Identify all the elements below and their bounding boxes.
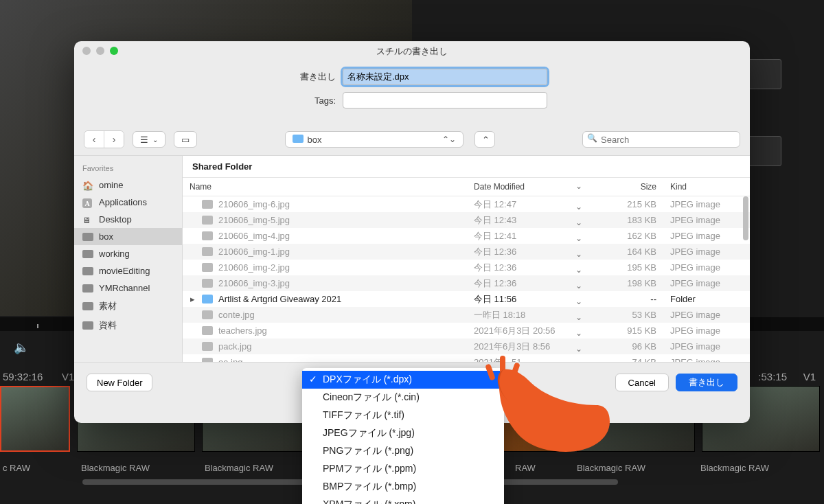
file-row[interactable]: ▸Artlist & Artgrid Giveaway 2021今日 11:56… — [183, 291, 750, 307]
file-size: 53 KB — [588, 310, 663, 320]
mute-icon[interactable]: 🔈 — [14, 340, 29, 355]
finder-toolbar: ‹ › ☰ ⌄ ▭ box ⌃⌄ ⌃ — [74, 126, 750, 156]
format-option[interactable]: PNGファイル (*.png) — [302, 442, 504, 460]
sidebar-item-素材[interactable]: 素材 — [74, 297, 182, 316]
sidebar-item-working[interactable]: working — [74, 245, 182, 262]
dialog-title: スチルの書き出し — [74, 41, 750, 62]
file-name: 210606_img-1.jpg — [218, 247, 290, 257]
file-format-dropdown[interactable]: DPXファイル (*.dpx)Cineonファイル (*.cin)TIFFファイ… — [302, 368, 504, 504]
timecode-right: :53:15 — [758, 371, 787, 382]
folder-icon — [202, 295, 213, 303]
timecode-left: 59:32:16 — [3, 371, 43, 382]
file-date: 今日 12:43 — [467, 214, 588, 227]
file-thumbnail-icon — [202, 247, 213, 256]
clip-codec-label: Blackmagic RAW — [205, 463, 273, 473]
location-popup[interactable]: box ⌃⌄ — [285, 131, 464, 148]
sidebar-item-movieediting[interactable]: movieEditing — [74, 262, 182, 279]
new-folder-button[interactable]: New Folder — [87, 374, 152, 391]
file-row: 210606_img-2.jpg今日 12:36195 KBJPEG image — [183, 260, 750, 275]
file-row: pack.jpg2021年6月3日 8:5696 KBJPEG image — [183, 339, 750, 354]
back-button[interactable]: ‹ — [84, 131, 104, 148]
file-size: 915 KB — [588, 325, 663, 336]
sidebar-item-box[interactable]: box — [74, 228, 182, 245]
sidebar-item-label: YMRchannel — [99, 283, 150, 293]
track-label-left: V1 — [62, 371, 74, 382]
file-date: 今日 12:36 — [467, 262, 588, 274]
sidebar-item-label: Applications — [99, 197, 147, 207]
file-kind: JPEG image — [663, 231, 750, 241]
folder-icon — [82, 267, 93, 275]
file-list[interactable]: 210606_img-6.jpg今日 12:47215 KBJPEG image… — [183, 196, 750, 362]
file-row: 210606_img-6.jpg今日 12:47215 KBJPEG image — [183, 196, 750, 212]
desktop-icon — [82, 215, 93, 225]
file-date: 今日 12:47 — [467, 198, 588, 211]
disclosure-triangle-icon[interactable]: ▸ — [188, 294, 196, 304]
file-name: pack.jpg — [218, 341, 251, 352]
file-row: ea.jpg2021年…5174 KBJPEG image — [183, 354, 750, 362]
file-thumbnail-icon — [202, 263, 213, 272]
file-thumbnail-icon — [202, 310, 213, 319]
file-date: 今日 12:36 — [467, 277, 588, 290]
format-option[interactable]: PPMファイル (*.ppm) — [302, 460, 504, 478]
location-header: Shared Folder — [183, 156, 750, 177]
forward-button[interactable]: › — [104, 131, 124, 148]
scrollbar[interactable] — [743, 196, 748, 240]
file-date: 今日 12:36 — [467, 246, 588, 258]
format-option[interactable]: BMPファイル (*.bmp) — [302, 478, 504, 496]
file-row: 210606_img-1.jpg今日 12:36164 KBJPEG image — [183, 244, 750, 260]
sidebar-item-omine[interactable]: omine — [74, 176, 182, 194]
file-kind: JPEG image — [663, 215, 750, 225]
sidebar-item-label: 資料 — [99, 319, 117, 332]
clip-codec-label: Blackmagic RAW — [700, 463, 769, 473]
file-kind: JPEG image — [663, 278, 750, 288]
view-mode-button[interactable]: ☰ ⌄ — [133, 131, 165, 148]
folder-icon — [82, 302, 93, 310]
applications-icon — [82, 198, 93, 207]
file-date: 今日 12:41 — [467, 230, 588, 242]
sidebar-item-label: Desktop — [99, 214, 132, 225]
col-kind[interactable]: Kind — [663, 178, 750, 196]
filename-input[interactable] — [343, 69, 547, 85]
track-label-right: V1 — [803, 371, 816, 382]
col-date[interactable]: Date Modified — [467, 178, 588, 196]
format-option[interactable]: TIFFファイル (*.tif) — [302, 406, 504, 424]
zoom-icon[interactable] — [110, 47, 118, 55]
file-kind: JPEG image — [663, 247, 750, 257]
export-button[interactable]: 書き出し — [676, 374, 737, 391]
sidebar-item-desktop[interactable]: Desktop — [74, 211, 182, 228]
tags-input[interactable] — [343, 92, 547, 108]
sidebar-item-資料[interactable]: 資料 — [74, 316, 182, 335]
sidebar-item-ymrchannel[interactable]: YMRchannel — [74, 279, 182, 297]
file-date: 2021年6月3日 20:56 — [467, 325, 588, 337]
titlebar: スチルの書き出し — [74, 41, 750, 62]
folder-icon — [82, 233, 93, 241]
sidebar-item-label: omine — [99, 180, 123, 190]
clip-thumb[interactable] — [0, 386, 70, 452]
file-date: 一昨日 18:18 — [467, 309, 588, 321]
column-headers[interactable]: Name Date Modified Size Kind — [183, 177, 750, 196]
format-option[interactable]: XPMファイル (*.xpm) — [302, 496, 504, 504]
close-icon[interactable] — [82, 47, 91, 55]
sidebar-item-label: box — [99, 231, 113, 242]
col-size[interactable]: Size — [588, 178, 663, 196]
format-option[interactable]: Cineonファイル (*.cin) — [302, 389, 504, 406]
svg-rect-0 — [485, 363, 496, 380]
sidebar-item-applications[interactable]: Applications — [74, 194, 182, 211]
format-option[interactable]: DPXファイル (*.dpx) — [302, 371, 504, 389]
file-name: 210606_img-5.jpg — [218, 215, 290, 225]
folder-icon — [293, 135, 304, 143]
file-thumbnail-icon — [202, 231, 213, 240]
file-name: 210606_img-2.jpg — [218, 262, 290, 273]
minimize-icon[interactable] — [96, 47, 104, 55]
format-option[interactable]: JPEGファイル (*.jpg) — [302, 424, 504, 442]
clip-codec-label: c RAW — [3, 463, 30, 473]
file-date: 今日 11:56 — [467, 293, 588, 306]
cancel-button[interactable]: Cancel — [615, 374, 669, 391]
file-thumbnail-icon — [202, 342, 213, 351]
file-thumbnail-icon — [202, 326, 213, 335]
collapse-button[interactable]: ⌃ — [474, 131, 495, 148]
col-name[interactable]: Name — [183, 178, 467, 196]
file-name: conte.jpg — [218, 310, 255, 320]
group-button[interactable]: ▭ — [174, 131, 197, 148]
search-input[interactable] — [582, 131, 740, 148]
